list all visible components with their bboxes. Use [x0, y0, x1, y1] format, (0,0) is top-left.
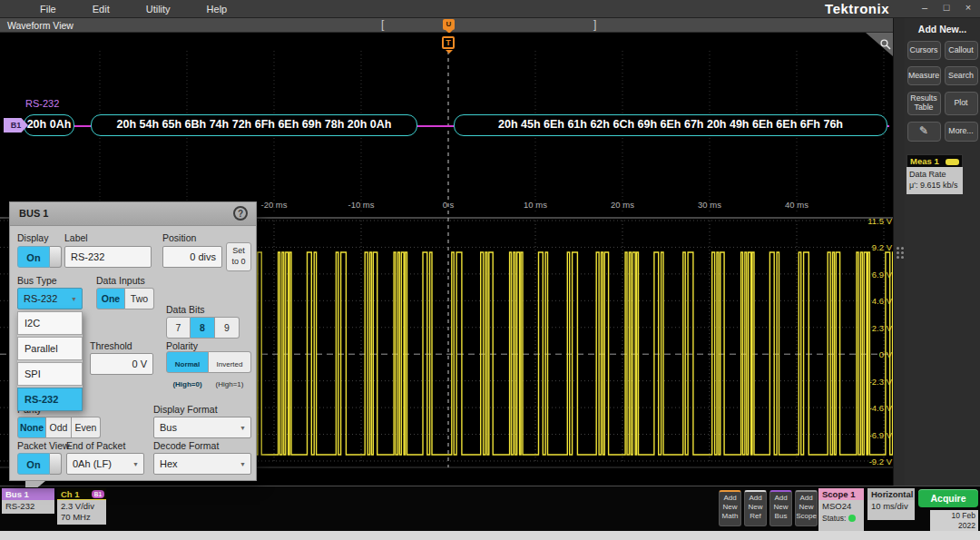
add-new-ref-button[interactable]: Add New Ref — [744, 490, 767, 526]
add-math-l2: New — [722, 503, 737, 511]
sidebar-handle[interactable] — [893, 18, 905, 486]
threshold-input[interactable]: 0 V — [90, 353, 153, 375]
data-inputs-two-button[interactable]: Two — [125, 288, 154, 309]
bus-type-option-parallel[interactable]: Parallel — [17, 337, 83, 360]
oscilloscope-app: File Edit Utility Help Tektronix – □ × W… — [0, 0, 980, 540]
chevron-down-icon: ▼ — [240, 455, 246, 475]
data-bits-9-button[interactable]: 9 — [215, 317, 240, 339]
polarity-label: Polarity — [166, 340, 198, 351]
polarity-normal-button[interactable]: Normal (High=0) — [166, 351, 209, 373]
bottom-bar: Bus 1 RS-232 Ch 1 B1 2.3 V/div 70 MHz Ad… — [0, 486, 980, 531]
menu-utility[interactable]: Utility — [146, 4, 171, 15]
time-tick-5: 30 ms — [698, 200, 721, 210]
display-format-dropdown[interactable]: Bus ▼ — [153, 417, 251, 438]
data-bits-7-button[interactable]: 7 — [166, 317, 191, 339]
add-new-math-button[interactable]: Add New Math — [719, 490, 741, 526]
packet-view-label: Packet View — [17, 440, 70, 451]
annotation-icon: ✎ — [919, 125, 928, 137]
add-plot-button[interactable]: Plot — [945, 92, 978, 115]
measurement-value: μ': 9.615 kb/s — [909, 180, 960, 191]
menu-file[interactable]: File — [40, 4, 56, 15]
bus-type-option-i2c[interactable]: I2C — [17, 311, 83, 335]
close-button[interactable]: × — [960, 2, 976, 13]
ch1-badge[interactable]: Ch 1 B1 2.3 V/div 70 MHz — [57, 488, 106, 525]
end-of-packet-dropdown[interactable]: 0Ah (LF) ▼ — [66, 453, 144, 475]
help-icon[interactable]: ? — [233, 206, 248, 221]
parity-odd-button[interactable]: Odd — [46, 417, 72, 438]
data-inputs-one-button[interactable]: One — [96, 288, 125, 309]
trigger-flag[interactable]: T — [442, 36, 455, 49]
volt-tick-5: 0 V — [879, 349, 892, 359]
acquire-button[interactable]: Acquire — [918, 489, 978, 507]
add-new-title: Add New... — [905, 18, 980, 34]
display-label: Display — [17, 232, 48, 243]
volt-tick-0: 11.5 V — [867, 216, 892, 226]
polarity-inverted-button[interactable]: Inverted (High=1) — [209, 351, 251, 373]
display-toggle[interactable]: On — [17, 246, 62, 268]
scope1-badge[interactable]: Scope 1 MSO24 Status: — [818, 488, 864, 531]
add-annotation-button[interactable]: ✎ — [907, 122, 941, 142]
add-more-button[interactable]: More... — [945, 122, 978, 142]
toggle-knob — [50, 453, 62, 475]
set-to-zero-button[interactable]: Set to 0 — [226, 242, 251, 271]
scope1-name: Scope 1 — [818, 488, 864, 500]
volt-tick-4: 2.3 V — [872, 323, 892, 333]
volt-tick-8: -6.9 V — [869, 430, 892, 440]
dialog-header[interactable]: BUS 1 ? — [10, 202, 256, 226]
add-scope-l1: Add — [799, 494, 812, 502]
display-on: On — [17, 246, 50, 268]
data-bits-8-button[interactable]: 8 — [191, 317, 215, 339]
minimize-button[interactable]: – — [916, 2, 933, 13]
add-measure-button[interactable]: Measure — [907, 66, 941, 85]
add-ref-l2: New — [748, 503, 762, 511]
tab-waveform-view[interactable]: Waveform View — [7, 20, 74, 31]
time-tick-3: 10 ms — [524, 200, 547, 210]
bus1-badge-name: Bus 1 — [2, 488, 54, 500]
bus1-badge[interactable]: Bus 1 RS-232 — [2, 488, 54, 514]
add-scope-l3: Scope — [796, 512, 817, 520]
bus-type-option-rs232[interactable]: RS-232 — [17, 388, 83, 411]
bus-packet-2: 20h 45h 6Eh 61h 62h 6Ch 69h 6Eh 67h 20h … — [454, 114, 887, 136]
label-input[interactable]: RS-232 — [64, 246, 152, 268]
menu-edit[interactable]: Edit — [93, 4, 110, 15]
chevron-down-icon: ▼ — [240, 418, 246, 438]
add-callout-button[interactable]: Callout — [945, 41, 978, 60]
label-label: Label — [64, 232, 88, 243]
bus-type-option-spi[interactable]: SPI — [17, 362, 83, 386]
polarity-inverted-line2: (High=1) — [216, 380, 244, 388]
add-bus-l2: New — [773, 503, 788, 511]
packet-view-toggle[interactable]: On — [17, 453, 62, 475]
horizontal-badge[interactable]: Horizontal 10 ms/div — [867, 488, 915, 520]
add-new-scope-button[interactable]: Add New Scope — [795, 490, 818, 526]
trigger-position-marker[interactable]: U — [443, 19, 455, 30]
data-bits-segment: 7 8 9 — [166, 317, 240, 339]
ch1-bandwidth: 70 MHz — [61, 512, 103, 523]
parity-none-button[interactable]: None — [17, 417, 46, 438]
menu-help[interactable]: Help — [207, 4, 228, 15]
maximize-button[interactable]: □ — [938, 2, 955, 13]
waveform-view-tab-bar: Waveform View [ ] U — [0, 18, 905, 33]
position-input[interactable]: 0 divs — [162, 246, 222, 268]
polarity-normal-line1: Normal — [175, 360, 201, 368]
packet-view-on: On — [17, 453, 50, 475]
bus-type-dropdown[interactable]: RS-232 ▼ — [17, 288, 83, 309]
volt-tick-1: 9.2 V — [872, 242, 892, 252]
measurement-badge[interactable]: Meas 1 Data Rate μ': 9.615 kb/s — [906, 154, 963, 194]
add-cursors-button[interactable]: Cursors — [907, 41, 941, 60]
pan-bracket-left[interactable]: [ — [381, 18, 384, 31]
horizontal-scale: 10 ms/div — [867, 500, 915, 520]
chevron-down-icon: ▼ — [132, 455, 139, 475]
chevron-down-icon: ▼ — [71, 290, 77, 309]
parity-even-button[interactable]: Even — [72, 417, 101, 438]
set-to-zero-line2: to 0 — [231, 257, 245, 266]
grip-icon — [897, 247, 904, 259]
volt-tick-2: 6.9 V — [872, 270, 892, 280]
add-new-bus-button[interactable]: Add New Bus — [769, 490, 792, 526]
ch1-scale: 2.3 V/div — [61, 501, 103, 512]
add-bus-l3: Bus — [775, 512, 788, 520]
decode-format-dropdown[interactable]: Hex ▼ — [153, 453, 251, 475]
add-search-button[interactable]: Search — [945, 66, 978, 85]
add-results-table-button[interactable]: Results Table — [907, 92, 941, 115]
measurement-header: Meas 1 — [906, 154, 963, 167]
pan-bracket-right[interactable]: ] — [593, 18, 596, 31]
